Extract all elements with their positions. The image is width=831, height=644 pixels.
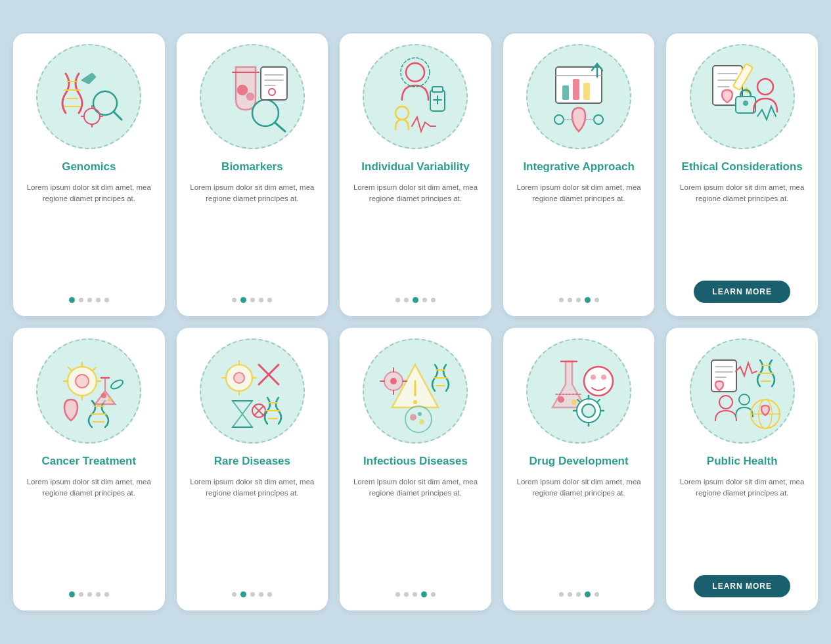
- dot-3-genomics[interactable]: [87, 298, 92, 302]
- dot-3-cancer-treatment[interactable]: [87, 592, 92, 597]
- svg-point-60: [110, 379, 124, 391]
- dot-2-individual-variability[interactable]: [404, 298, 409, 302]
- dot-1-infectious-diseases[interactable]: [395, 592, 400, 597]
- svg-line-5: [114, 112, 122, 120]
- dot-2-integrative-approach[interactable]: [568, 298, 572, 302]
- svg-point-91: [418, 412, 422, 416]
- dots-integrative-approach: [559, 297, 599, 303]
- dot-4-genomics[interactable]: [96, 298, 101, 302]
- dot-2-genomics[interactable]: [79, 298, 83, 302]
- dot-5-biomarkers[interactable]: [267, 298, 272, 302]
- card-ethical-considerations: Ethical ConsiderationsLorem ipsum dolor …: [666, 34, 818, 316]
- dot-4-biomarkers[interactable]: [259, 298, 263, 302]
- card-public-health: Public HealthLorem ipsum dolor sit dim a…: [666, 328, 818, 610]
- svg-point-22: [401, 58, 430, 87]
- svg-line-52: [93, 367, 96, 371]
- card-title-public-health: Public Health: [707, 454, 778, 469]
- dot-3-rare-diseases[interactable]: [250, 592, 255, 597]
- card-title-rare-diseases: Rare Diseases: [214, 454, 290, 469]
- dot-1-integrative-approach[interactable]: [559, 298, 564, 302]
- svg-rect-32: [583, 83, 590, 100]
- dot-4-infectious-diseases[interactable]: [421, 591, 427, 597]
- svg-point-90: [419, 419, 424, 425]
- card-footer-drug-development: [515, 591, 643, 597]
- card-icon-area-drug-development: [526, 338, 631, 444]
- svg-point-115: [739, 394, 750, 405]
- dot-5-integrative-approach[interactable]: [595, 298, 599, 302]
- svg-point-97: [591, 375, 596, 380]
- card-icon-area-cancer-treatment: [36, 338, 141, 444]
- card-icon-area-biomarkers: [200, 44, 305, 149]
- dot-1-genomics[interactable]: [69, 297, 75, 303]
- dot-5-cancer-treatment[interactable]: [104, 592, 109, 597]
- card-biomarkers: BiomarkersLorem ipsum dolor sit dim amet…: [177, 34, 328, 316]
- card-title-genomics: Genomics: [62, 160, 116, 174]
- card-icon-area-genomics: [36, 44, 141, 149]
- dots-individual-variability: [395, 297, 436, 303]
- dot-5-infectious-diseases[interactable]: [431, 592, 436, 597]
- svg-point-94: [558, 396, 564, 403]
- svg-rect-30: [562, 85, 569, 100]
- dot-3-drug-development[interactable]: [576, 592, 581, 597]
- card-icon-area-public-health: [690, 338, 795, 444]
- svg-point-34: [554, 115, 564, 124]
- dot-5-rare-diseases[interactable]: [267, 592, 272, 597]
- svg-point-84: [390, 378, 397, 384]
- svg-point-100: [582, 404, 595, 417]
- card-body-infectious-diseases: Lorem ipsum dolor sit dim amet, mea regi…: [351, 476, 480, 581]
- card-body-biomarkers: Lorem ipsum dolor sit dim amet, mea regi…: [189, 182, 317, 287]
- svg-point-98: [601, 375, 606, 380]
- card-body-genomics: Lorem ipsum dolor sit dim amet, mea regi…: [25, 182, 153, 287]
- dot-5-drug-development[interactable]: [595, 592, 599, 597]
- dots-drug-development: [559, 591, 599, 597]
- svg-point-114: [719, 396, 732, 409]
- card-infectious-diseases: Infectious DiseasesLorem ipsum dolor sit…: [340, 328, 491, 610]
- card-footer-ethical-considerations: LEARN MORE: [678, 281, 806, 303]
- dot-1-biomarkers[interactable]: [232, 298, 236, 302]
- dot-1-drug-development[interactable]: [559, 592, 564, 597]
- card-integrative-approach: Integrative ApproachLorem ipsum dolor si…: [503, 34, 655, 316]
- dot-1-rare-diseases[interactable]: [232, 592, 236, 597]
- dot-2-infectious-diseases[interactable]: [404, 592, 409, 597]
- dot-4-integrative-approach[interactable]: [585, 297, 591, 303]
- dot-5-individual-variability[interactable]: [431, 298, 436, 302]
- svg-line-51: [68, 367, 72, 371]
- learn-more-button-public-health[interactable]: LEARN MORE: [694, 575, 790, 597]
- card-footer-infectious-diseases: [351, 591, 480, 597]
- dot-2-cancer-treatment[interactable]: [79, 592, 83, 597]
- svg-rect-31: [573, 79, 579, 100]
- card-title-integrative-approach: Integrative Approach: [523, 160, 634, 174]
- card-grid: GenomicsLorem ipsum dolor sit dim amet, …: [13, 34, 818, 610]
- svg-point-53: [76, 375, 89, 388]
- card-footer-individual-variability: [351, 297, 480, 303]
- dot-3-individual-variability[interactable]: [413, 297, 418, 303]
- dot-2-rare-diseases[interactable]: [240, 591, 246, 597]
- dot-2-drug-development[interactable]: [568, 592, 572, 597]
- dots-genomics: [69, 297, 109, 303]
- dot-2-biomarkers[interactable]: [240, 297, 246, 303]
- card-footer-cancer-treatment: [25, 591, 153, 597]
- dot-3-integrative-approach[interactable]: [576, 298, 581, 302]
- svg-point-6: [84, 108, 100, 124]
- dot-4-rare-diseases[interactable]: [259, 592, 263, 597]
- learn-more-button-ethical-considerations[interactable]: LEARN MORE: [694, 281, 790, 303]
- dot-1-individual-variability[interactable]: [395, 298, 400, 302]
- svg-point-59: [108, 398, 112, 402]
- dot-3-biomarkers[interactable]: [250, 298, 255, 302]
- card-body-public-health: Lorem ipsum dolor sit dim amet, mea regi…: [678, 476, 806, 564]
- svg-point-21: [406, 63, 424, 81]
- dot-4-cancer-treatment[interactable]: [96, 592, 101, 597]
- dot-5-genomics[interactable]: [104, 298, 109, 302]
- card-title-individual-variability: Individual Variability: [361, 160, 469, 174]
- card-title-infectious-diseases: Infectious Diseases: [363, 454, 468, 469]
- card-body-ethical-considerations: Lorem ipsum dolor sit dim amet, mea regi…: [678, 182, 806, 270]
- card-footer-public-health: LEARN MORE: [678, 575, 806, 597]
- dot-4-individual-variability[interactable]: [422, 298, 427, 302]
- svg-point-95: [572, 400, 577, 405]
- dot-4-drug-development[interactable]: [585, 591, 591, 597]
- card-drug-development: Drug DevelopmentLorem ipsum dolor sit di…: [503, 328, 655, 610]
- dot-1-cancer-treatment[interactable]: [69, 591, 75, 597]
- card-individual-variability: Individual VariabilityLorem ipsum dolor …: [340, 34, 491, 316]
- card-genomics: GenomicsLorem ipsum dolor sit dim amet, …: [13, 34, 165, 316]
- dot-3-infectious-diseases[interactable]: [413, 592, 417, 597]
